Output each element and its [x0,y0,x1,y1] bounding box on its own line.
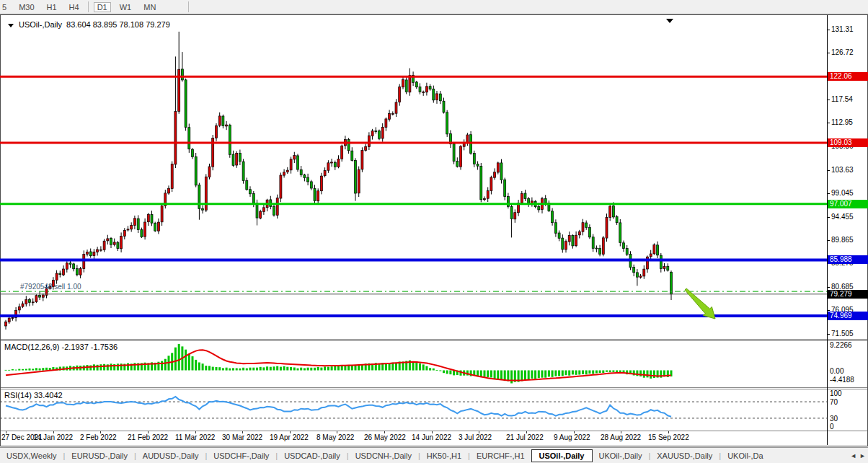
candlestick [334,161,336,170]
candlestick [168,185,170,195]
macd-histogram-bar [18,369,20,371]
date-tick-label: 30 Mar 2022 [222,433,262,441]
macd-histogram-bar [314,368,316,371]
timeframe-toolbar: 5M30H1H4D1W1MN [0,0,868,14]
candlestick [657,242,659,258]
macd-histogram-bar [507,371,509,382]
chart-tab-hk50-h1[interactable]: HK50-,H1 [420,449,468,462]
candlestick [599,245,601,257]
candlestick [391,111,394,115]
candlestick [93,249,95,259]
macd-histogram-bar [252,368,254,371]
macd-histogram-bar [185,350,187,371]
candlestick [314,185,316,203]
macd-histogram-bar [582,371,584,374]
candlestick [419,83,421,94]
candlestick [361,147,363,172]
chart-tab-audusd-daily[interactable]: AUDUSD-,Daily [136,449,205,462]
timeframe-button-D1[interactable]: D1 [94,2,111,12]
candlestick [242,159,244,183]
chart-tab-xauusd-daily[interactable]: XAUUSD-,Daily [650,449,719,462]
timeframe-button-H1[interactable]: H1 [43,2,61,12]
macd-histogram-bar [297,369,299,371]
macd-histogram-bar [12,369,14,371]
chart-tab-ukoil-da[interactable]: UKOil-,Da [721,449,770,462]
chart-tab-eurchf-h1[interactable]: EURCHF-,H1 [470,449,531,462]
price-tick [827,334,830,335]
date-tick-label: 19 Apr 2022 [270,433,309,441]
candlestick [226,121,228,130]
timeframe-button-H4[interactable]: H4 [66,2,83,12]
candlestick [456,157,459,167]
chart-tab-usdcad-daily[interactable]: USDCAD-,Daily [278,449,347,462]
candlestick [161,204,163,226]
candlestick [395,99,397,117]
chart-tab-ukoil-daily[interactable]: UKOil-,Daily [593,449,649,462]
candlestick [572,234,574,249]
macd-histogram-bar [643,371,645,378]
macd-histogram-bar [324,366,326,370]
candlestick [18,304,20,314]
chart-tab-usdchf-daily[interactable]: USDCHF-,Daily [207,449,275,462]
candlestick [59,270,61,277]
candlestick [208,164,211,180]
tab-scroll-right-icon[interactable]: ► [859,452,866,459]
candlestick [524,190,526,201]
macd-histogram-bar [653,371,655,379]
price-tick [827,100,830,100]
candlestick [283,169,285,178]
candlestick [436,91,438,104]
price-level-badge: 85.988 [828,255,868,264]
chart-tab-usoil-daily[interactable]: USOil-,Daily [531,449,593,462]
candlestick [222,115,224,128]
candlestick [297,154,299,172]
macd-histogram-bar [534,371,536,379]
macd-histogram-bar [612,371,614,372]
candlestick [229,124,231,158]
candlestick [371,129,373,140]
candlestick [185,79,187,131]
candlestick [507,193,509,209]
macd-histogram-bar [273,366,275,370]
candlestick [552,208,554,226]
candlestick [653,243,655,255]
candlestick [147,213,149,226]
candlestick [174,56,177,168]
macd-histogram-bar [161,361,163,371]
candlestick [494,168,496,180]
macd-histogram-bar [110,363,112,370]
candlestick [619,219,621,247]
macd-histogram-bar [5,370,7,371]
timeframe-button-M30[interactable]: M30 [15,2,37,12]
candlestick [171,162,173,193]
timeframe-button-MN[interactable]: MN [140,2,159,12]
candlestick [510,204,513,238]
candlestick [192,148,194,159]
macd-histogram-bar [585,371,588,375]
chart-tab-usdx-weekly[interactable]: USDX,Weekly [0,449,63,462]
candlestick [409,69,411,96]
macd-histogram-bar [334,366,336,370]
chart-tab-usdcnh-daily[interactable]: USDCNH-,Daily [349,449,418,462]
macd-histogram-bar [236,369,238,371]
candlestick [585,221,588,230]
candlestick [365,144,367,151]
tab-scroll-left-icon[interactable]: ◄ [850,452,856,459]
candlestick [446,110,448,137]
down-arrow-annotation[interactable] [685,288,715,319]
candlestick [273,205,275,217]
macd-histogram-bar [107,364,109,370]
candlestick [286,167,288,174]
chart-tab-eurusd-daily[interactable]: EURUSD-,Daily [65,449,134,462]
macd-histogram-bar [218,367,221,370]
candlestick [528,197,530,207]
macd-histogram-bar [35,368,37,370]
candlestick [300,166,302,177]
candlestick [164,190,167,208]
macd-histogram-bar [286,367,288,371]
timeframe-button-W1[interactable]: W1 [116,2,136,12]
timeframe-button-5[interactable]: 5 [0,2,10,12]
candlestick [337,155,340,168]
candlestick [558,231,560,242]
macd-histogram-bar [521,371,523,382]
